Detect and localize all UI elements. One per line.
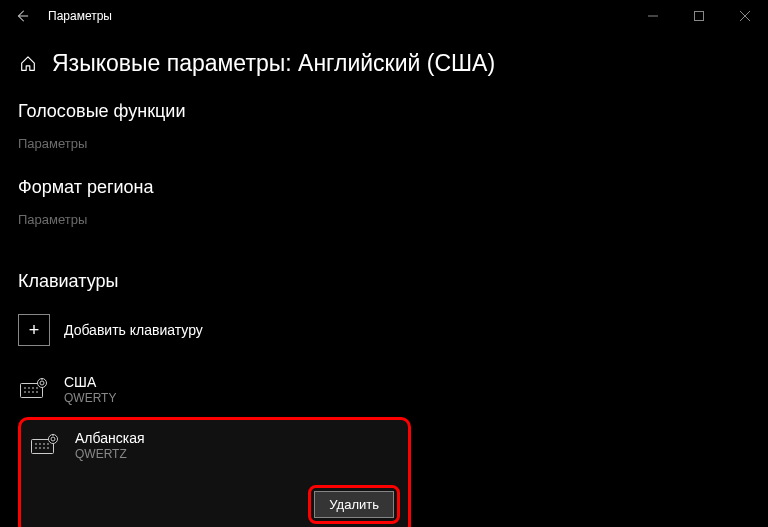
delete-highlight: Удалить <box>308 485 400 524</box>
keyboard-item-usa[interactable]: США QWERTY <box>18 368 750 411</box>
window-controls <box>630 0 768 32</box>
region-heading: Формат региона <box>18 177 750 198</box>
delete-row: Удалить <box>29 485 400 524</box>
delete-button[interactable]: Удалить <box>314 491 394 518</box>
svg-rect-1 <box>695 12 704 21</box>
back-button[interactable] <box>10 4 34 28</box>
content: Языковые параметры: Английский (США) Гол… <box>0 32 768 527</box>
keyboards-heading: Клавиатуры <box>18 271 750 292</box>
close-icon <box>740 11 750 21</box>
keyboard-layout: QWERTZ <box>75 447 145 461</box>
voice-settings-link[interactable]: Параметры <box>18 136 87 151</box>
maximize-icon <box>694 11 704 21</box>
voice-heading: Голосовые функции <box>18 101 750 122</box>
keyboard-name: США <box>64 374 116 391</box>
home-icon[interactable] <box>18 54 38 74</box>
keyboard-name: Албанская <box>75 430 145 447</box>
region-settings-link[interactable]: Параметры <box>18 212 87 227</box>
arrow-left-icon <box>15 9 29 23</box>
keyboard-text: США QWERTY <box>64 374 116 405</box>
keyboard-item-albanian[interactable]: Албанская QWERTZ <box>29 430 400 461</box>
page-header: Языковые параметры: Английский (США) <box>18 50 750 77</box>
add-keyboard-label: Добавить клавиатуру <box>64 322 203 338</box>
keyboard-layout: QWERTY <box>64 391 116 405</box>
titlebar: Параметры <box>0 0 768 32</box>
keyboard-icon <box>29 434 61 456</box>
maximize-button[interactable] <box>676 0 722 32</box>
keyboard-icon <box>18 378 50 400</box>
add-keyboard-button[interactable]: + Добавить клавиатуру <box>18 314 750 346</box>
minimize-button[interactable] <box>630 0 676 32</box>
page-title: Языковые параметры: Английский (США) <box>52 50 495 77</box>
window-title: Параметры <box>48 9 112 23</box>
close-button[interactable] <box>722 0 768 32</box>
keyboard-text: Албанская QWERTZ <box>75 430 145 461</box>
minimize-icon <box>648 11 658 21</box>
keyboard-item-selected-panel: Албанская QWERTZ Удалить <box>18 417 411 527</box>
plus-icon: + <box>18 314 50 346</box>
